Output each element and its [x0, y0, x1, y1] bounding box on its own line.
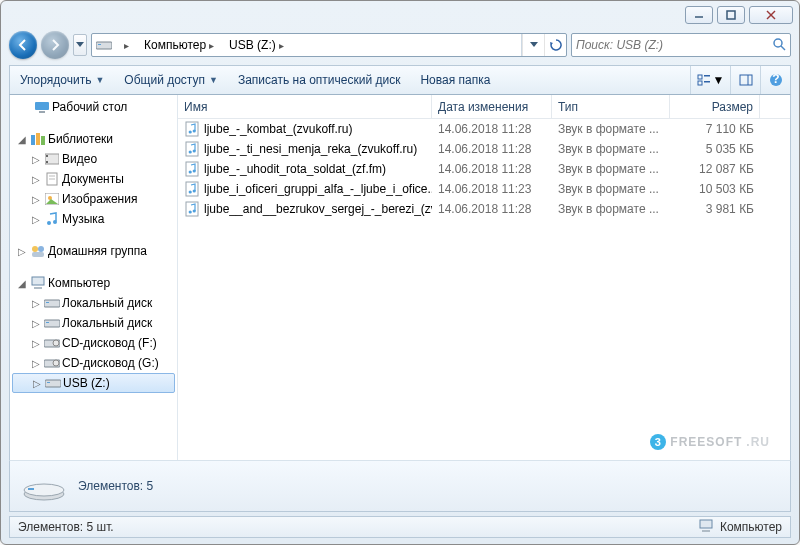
svg-rect-23 — [46, 161, 48, 163]
expand-icon[interactable]: ▷ — [30, 194, 42, 205]
file-size-cell: 7 110 КБ — [670, 122, 760, 136]
expand-icon[interactable]: ▷ — [30, 214, 42, 225]
breadcrumb-chevron-root[interactable]: ▸ — [116, 34, 136, 56]
svg-point-48 — [193, 129, 196, 132]
column-date[interactable]: Дата изменения — [432, 95, 552, 118]
collapse-icon[interactable]: ◢ — [16, 278, 28, 289]
svg-rect-35 — [34, 287, 42, 289]
file-type-cell: Звук в формате ... — [552, 202, 670, 216]
audio-file-icon — [184, 161, 200, 177]
expand-icon[interactable]: ▷ — [30, 174, 42, 185]
view-options-button[interactable]: ▼ — [690, 66, 730, 94]
audio-file-icon — [184, 201, 200, 217]
file-date-cell: 14.06.2018 11:28 — [432, 202, 552, 216]
breadcrumb-computer[interactable]: Компьютер ▸ — [136, 34, 221, 56]
audio-file-icon — [184, 141, 200, 157]
chevron-down-icon: ▼ — [209, 75, 218, 85]
watermark-logo-icon: 3 — [650, 434, 666, 450]
address-dropdown-button[interactable] — [522, 34, 544, 56]
expand-icon[interactable]: ▷ — [16, 246, 28, 257]
svg-rect-49 — [186, 142, 198, 156]
video-icon — [44, 151, 60, 167]
svg-rect-18 — [31, 135, 35, 145]
tree-localdisk-2[interactable]: ▷ Локальный диск — [10, 313, 177, 333]
svg-rect-46 — [186, 122, 198, 136]
burn-button[interactable]: Записать на оптический диск — [228, 66, 411, 94]
share-label: Общий доступ — [124, 73, 205, 87]
tree-homegroup[interactable]: ▷ Домашняя группа — [10, 241, 177, 261]
file-row[interactable]: ljube_-_ti_nesi_menja_reka_(zvukoff.ru)1… — [178, 139, 790, 159]
help-button[interactable]: ? — [760, 66, 790, 94]
search-box[interactable] — [571, 33, 791, 57]
audio-file-icon — [184, 121, 200, 137]
svg-rect-55 — [186, 182, 198, 196]
expand-icon[interactable]: ▷ — [31, 378, 43, 389]
file-name-cell: ljube_-_ti_nesi_menja_reka_(zvukoff.ru) — [178, 141, 432, 157]
file-name: ljube_-_uhodit_rota_soldat_(zf.fm) — [204, 162, 386, 176]
expand-icon[interactable]: ▷ — [30, 358, 42, 369]
file-size-cell: 5 035 КБ — [670, 142, 760, 156]
column-headers: Имя Дата изменения Тип Размер — [178, 95, 790, 119]
tree-documents[interactable]: ▷ Документы — [10, 169, 177, 189]
file-rows: ljube_-_kombat_(zvukoff.ru)14.06.2018 11… — [178, 119, 790, 460]
expand-icon[interactable]: ▷ — [30, 318, 42, 329]
column-name[interactable]: Имя — [178, 95, 432, 118]
status-bar: Элементов: 5 шт. Компьютер — [9, 516, 791, 538]
svg-rect-65 — [702, 530, 710, 532]
search-input[interactable] — [576, 38, 768, 52]
svg-line-7 — [781, 46, 785, 50]
expand-icon[interactable]: ▷ — [30, 338, 42, 349]
computer-icon — [698, 518, 714, 537]
svg-rect-34 — [32, 277, 44, 285]
collapse-icon[interactable]: ◢ — [16, 134, 28, 145]
tree-cddrive-f[interactable]: ▷ CD-дисковод (F:) — [10, 333, 177, 353]
organize-menu[interactable]: Упорядочить ▼ — [10, 66, 114, 94]
svg-point-31 — [32, 246, 38, 252]
column-type[interactable]: Тип — [552, 95, 670, 118]
tree-computer[interactable]: ◢ Компьютер — [10, 273, 177, 293]
tree-usb[interactable]: ▷ USB (Z:) — [12, 373, 175, 393]
file-row[interactable]: ljube_i_oficeri_gruppi_alfa_-_ljube_i_of… — [178, 179, 790, 199]
minimize-button[interactable] — [685, 6, 713, 24]
address-bar[interactable]: ▸ Компьютер ▸ USB (Z:) ▸ — [91, 33, 567, 57]
svg-rect-10 — [698, 81, 702, 85]
watermark: 3 FREESOFT.RU — [650, 434, 770, 450]
drive-icon — [44, 315, 60, 331]
svg-point-47 — [189, 130, 192, 133]
tree-music[interactable]: ▷ Музыка — [10, 209, 177, 229]
file-row[interactable]: ljube__and__bezrukov_sergej_-_berezi_(zv… — [178, 199, 790, 219]
titlebar — [1, 1, 799, 29]
file-row[interactable]: ljube_-_kombat_(zvukoff.ru)14.06.2018 11… — [178, 119, 790, 139]
tree-pictures[interactable]: ▷ Изображения — [10, 189, 177, 209]
svg-rect-16 — [35, 102, 49, 110]
tree-localdisk-1[interactable]: ▷ Локальный диск — [10, 293, 177, 313]
tree-cddrive-g[interactable]: ▷ CD-дисковод (G:) — [10, 353, 177, 373]
forward-button[interactable] — [41, 31, 69, 59]
tree-videos[interactable]: ▷ Видео — [10, 149, 177, 169]
maximize-button[interactable] — [717, 6, 745, 24]
file-row[interactable]: ljube_-_uhodit_rota_soldat_(zf.fm)14.06.… — [178, 159, 790, 179]
music-icon — [44, 211, 60, 227]
file-name: ljube_-_ti_nesi_menja_reka_(zvukoff.ru) — [204, 142, 417, 156]
expand-icon[interactable]: ▷ — [30, 154, 42, 165]
file-name-cell: ljube_-_kombat_(zvukoff.ru) — [178, 121, 432, 137]
tree-desktop[interactable]: Рабочий стол — [10, 97, 177, 117]
back-button[interactable] — [9, 31, 37, 59]
close-button[interactable] — [749, 6, 793, 24]
expand-icon[interactable]: ▷ — [30, 298, 42, 309]
breadcrumb-current[interactable]: USB (Z:) ▸ — [221, 34, 291, 56]
svg-point-50 — [189, 150, 192, 153]
command-bar: Упорядочить ▼ Общий доступ ▼ Записать на… — [9, 65, 791, 95]
svg-rect-64 — [700, 520, 712, 528]
tree-label: Музыка — [62, 212, 104, 226]
new-folder-button[interactable]: Новая папка — [410, 66, 500, 94]
share-menu[interactable]: Общий доступ ▼ — [114, 66, 228, 94]
refresh-button[interactable] — [544, 34, 566, 56]
drive-large-icon — [22, 470, 66, 502]
svg-point-60 — [193, 209, 196, 212]
tree-libraries[interactable]: ◢ Библиотеки — [10, 129, 177, 149]
svg-rect-8 — [698, 75, 702, 79]
nav-history-dropdown[interactable] — [73, 34, 87, 56]
column-size[interactable]: Размер — [670, 95, 760, 118]
preview-pane-button[interactable] — [730, 66, 760, 94]
